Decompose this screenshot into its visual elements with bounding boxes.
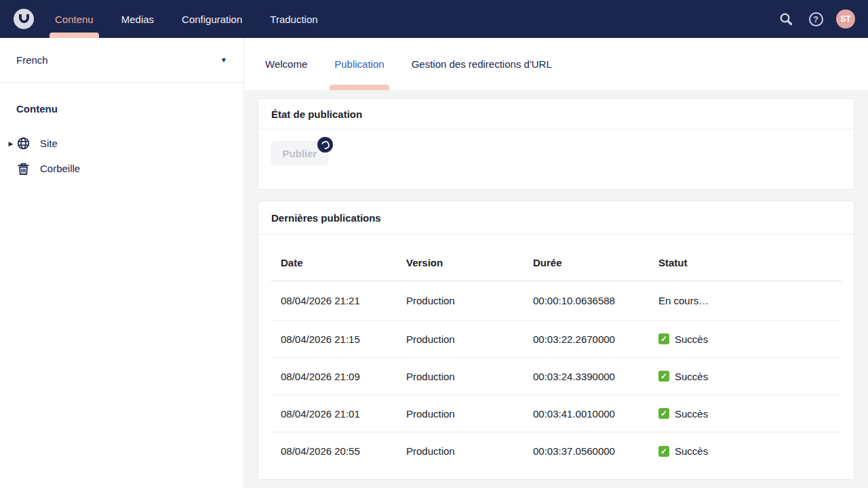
tree-item-label: Corbeille [40, 163, 80, 174]
status-text: Succès [675, 371, 708, 382]
content-tabbar: Welcome Publication Gestion des redirect… [245, 38, 868, 90]
status-badge: En cours… [658, 295, 842, 306]
nav-label: Medias [121, 14, 154, 25]
loading-spinner-badge [317, 137, 333, 152]
topbar: Contenu Medias Configuration Traduction [0, 0, 868, 38]
tab-label: Gestion des redirections d'URL [412, 58, 552, 70]
cell-date: 08/04/2026 21:01 [281, 408, 406, 420]
col-header-version: Version [406, 257, 533, 268]
status-badge: ✓ Succès [658, 333, 842, 345]
col-header-date: Date [281, 257, 406, 268]
cell-version: Production [406, 445, 533, 457]
active-tab-underline [330, 85, 389, 90]
tab-publication[interactable]: Publication [334, 38, 384, 90]
cell-duration: 00:00:10.0636588 [533, 295, 658, 306]
success-check-icon: ✓ [658, 333, 669, 344]
table-row: 08/04/2026 21:21 Production 00:00:10.063… [271, 281, 842, 321]
umbraco-logo-icon[interactable] [14, 9, 34, 29]
status-badge: ✓ Succès [658, 408, 842, 420]
status-text: Succès [675, 333, 708, 345]
table-row: 08/04/2026 21:01 Production 00:03:41.001… [271, 395, 842, 432]
table-row: 08/04/2026 21:15 Production 00:03:22.267… [271, 321, 842, 358]
cell-version: Production [406, 333, 533, 345]
latest-publications-card: Dernières publications Date Version Duré… [258, 201, 854, 480]
language-picker-value: French [16, 54, 48, 66]
top-navigation: Contenu Medias Configuration Traduction [55, 0, 346, 38]
umbraco-backoffice: Contenu Medias Configuration Traduction [0, 0, 868, 488]
help-icon[interactable]: ? [806, 9, 825, 28]
nav-item-configuration[interactable]: Configuration [182, 0, 242, 38]
user-avatar[interactable]: ST [836, 9, 855, 28]
success-check-icon: ✓ [658, 371, 669, 382]
cell-duration: 00:03:37.0560000 [533, 445, 658, 457]
trash-icon [16, 161, 31, 176]
tab-label: Publication [334, 58, 384, 70]
cell-version: Production [406, 371, 533, 382]
nav-label: Contenu [55, 14, 94, 25]
card-body: Publier [258, 129, 854, 189]
cell-date: 08/04/2026 21:09 [281, 371, 406, 382]
tree-item-label: Site [40, 138, 58, 149]
card-title: Dernières publications [258, 201, 854, 235]
main-content: Welcome Publication Gestion des redirect… [245, 38, 868, 488]
chevron-down-icon: ▼ [220, 56, 227, 64]
table-row: 08/04/2026 20:55 Production 00:03:37.056… [271, 432, 842, 470]
tree-section-header: Contenu [16, 103, 243, 115]
sidebar-tree-section: Contenu ▶ Site ▶ [0, 103, 243, 181]
success-check-icon: ✓ [658, 408, 669, 419]
tree-item-corbeille[interactable]: ▶ Corbeille [0, 156, 243, 181]
help-question-glyph: ? [809, 12, 823, 26]
table-body: 08/04/2026 21:21 Production 00:00:10.063… [271, 281, 842, 470]
table-row: 08/04/2026 21:09 Production 00:03:24.339… [271, 358, 842, 395]
tree-item-site[interactable]: ▶ Site [0, 131, 243, 156]
tab-label: Welcome [265, 58, 307, 70]
status-badge: ✓ Succès [658, 445, 842, 457]
publication-state-card: État de publication Publier [258, 98, 854, 190]
cell-date: 08/04/2026 21:15 [281, 333, 406, 345]
cell-date: 08/04/2026 21:21 [281, 295, 406, 306]
cell-version: Production [406, 408, 533, 420]
language-picker[interactable]: French ▼ [0, 38, 243, 83]
status-text: Succès [675, 408, 708, 420]
tab-gestion-redirections[interactable]: Gestion des redirections d'URL [412, 38, 552, 90]
status-badge: ✓ Succès [658, 371, 842, 382]
spinner-icon [319, 139, 330, 150]
expand-arrow-icon[interactable]: ▶ [5, 140, 16, 147]
nav-item-contenu[interactable]: Contenu [55, 0, 94, 38]
search-icon[interactable] [776, 9, 795, 28]
status-text: En cours… [658, 295, 709, 306]
globe-icon [16, 136, 31, 150]
cell-date: 08/04/2026 20:55 [281, 445, 406, 457]
cell-duration: 00:03:22.2670000 [533, 333, 658, 345]
nav-item-traduction[interactable]: Traduction [270, 0, 317, 38]
nav-label: Configuration [182, 14, 242, 25]
tab-panel-publication: État de publication Publier Dernières pu… [245, 90, 868, 480]
sidebar: French ▼ Contenu ▶ Site ▶ [0, 38, 244, 488]
tab-welcome[interactable]: Welcome [265, 38, 307, 90]
logo-u-shape [19, 14, 29, 23]
publications-table: Date Version Durée Statut 08/04/2026 21:… [258, 235, 854, 479]
search-glyph [778, 12, 793, 26]
status-text: Succès [675, 445, 708, 457]
cell-version: Production [406, 295, 533, 306]
topbar-actions: ? ST [776, 9, 868, 28]
col-header-statut: Statut [658, 257, 842, 268]
success-check-icon: ✓ [658, 446, 669, 457]
table-header-row: Date Version Durée Statut [271, 235, 842, 281]
active-nav-underline [50, 33, 99, 38]
nav-label: Traduction [270, 14, 317, 25]
cell-duration: 00:03:41.0010000 [533, 408, 658, 420]
card-title: État de publication [258, 99, 854, 129]
col-header-duree: Durée [533, 257, 658, 268]
nav-item-medias[interactable]: Medias [121, 0, 154, 38]
cell-duration: 00:03:24.3390000 [533, 371, 658, 382]
publish-button-wrap: Publier [271, 141, 328, 165]
